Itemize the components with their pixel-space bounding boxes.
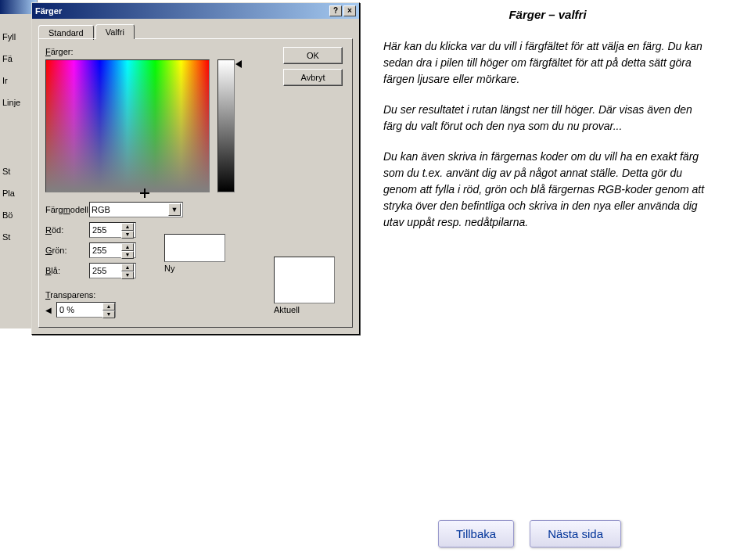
back-button[interactable]: Tillbaka <box>438 520 514 547</box>
dialog-title: Färger <box>35 6 62 16</box>
spin-up-icon[interactable]: ▲ <box>102 303 115 311</box>
new-color-swatch <box>164 234 225 262</box>
color-model-dropdown[interactable]: RGB ▼ <box>89 202 183 217</box>
nav-buttons: Tillbaka Nästa sida <box>438 520 621 547</box>
red-field[interactable] <box>90 223 121 237</box>
transparency-value: 0 % <box>59 305 74 314</box>
spin-up-icon[interactable]: ▲ <box>121 264 134 271</box>
spin-down-icon[interactable]: ▼ <box>121 271 134 279</box>
red-input[interactable]: ▲▼ <box>89 222 136 238</box>
blue-label: Blå: <box>45 266 86 275</box>
green-label: Grön: <box>45 246 86 255</box>
spin-down-icon[interactable]: ▼ <box>121 251 134 259</box>
transparency-input[interactable]: 0 % ▲▼ <box>56 302 116 318</box>
help-paragraph: Du ser resultatet i rutan längst ner til… <box>383 102 712 135</box>
close-button[interactable]: × <box>343 5 356 16</box>
spin-up-icon[interactable]: ▲ <box>121 223 134 231</box>
titlebar[interactable]: Färger ? × <box>32 3 359 19</box>
current-label: Aktuell <box>274 305 335 314</box>
lightness-arrow-icon[interactable] <box>235 60 242 68</box>
lightness-bar[interactable] <box>217 59 235 192</box>
spin-down-icon[interactable]: ▼ <box>121 231 134 239</box>
crosshair-icon <box>140 188 149 198</box>
page-title: Färger – valfri <box>383 8 712 21</box>
slider-left-icon[interactable]: ◀ <box>45 306 52 314</box>
tab-panel: Färger: OK Avbryt Färgmodell: RGB ▼ <box>38 38 353 328</box>
help-paragraph: Här kan du klicka var du vill i färgfält… <box>383 38 712 88</box>
tab-strip: Standard Valfri <box>32 19 359 38</box>
cancel-button[interactable]: Avbryt <box>283 69 343 86</box>
spin-up-icon[interactable]: ▲ <box>121 243 134 251</box>
color-dialog: Färger ? × Standard Valfri Färger: OK Av… <box>31 2 360 335</box>
green-field[interactable] <box>90 243 121 257</box>
help-button[interactable]: ? <box>329 5 342 16</box>
new-label: Ny <box>164 264 225 273</box>
spin-down-icon[interactable]: ▼ <box>102 311 115 318</box>
help-text: Färger – valfri Här kan du klicka var du… <box>383 8 712 245</box>
ok-button[interactable]: OK <box>283 47 343 64</box>
color-model-value: RGB <box>92 205 110 214</box>
help-paragraph: Du kan även skriva in färgernas koder om… <box>383 149 712 231</box>
green-input[interactable]: ▲▼ <box>89 242 136 258</box>
blue-input[interactable]: ▲▼ <box>89 263 136 278</box>
blue-field[interactable] <box>90 264 121 278</box>
chevron-down-icon[interactable]: ▼ <box>168 203 181 216</box>
model-label: Färgmodell: <box>45 205 86 214</box>
transparency-label: Transparens: <box>45 290 116 300</box>
tab-valfri[interactable]: Valfri <box>95 24 135 39</box>
red-label: Röd: <box>45 225 86 235</box>
next-button[interactable]: Nästa sida <box>530 520 621 547</box>
hue-sat-field[interactable] <box>45 59 210 192</box>
current-color-swatch <box>274 257 335 303</box>
